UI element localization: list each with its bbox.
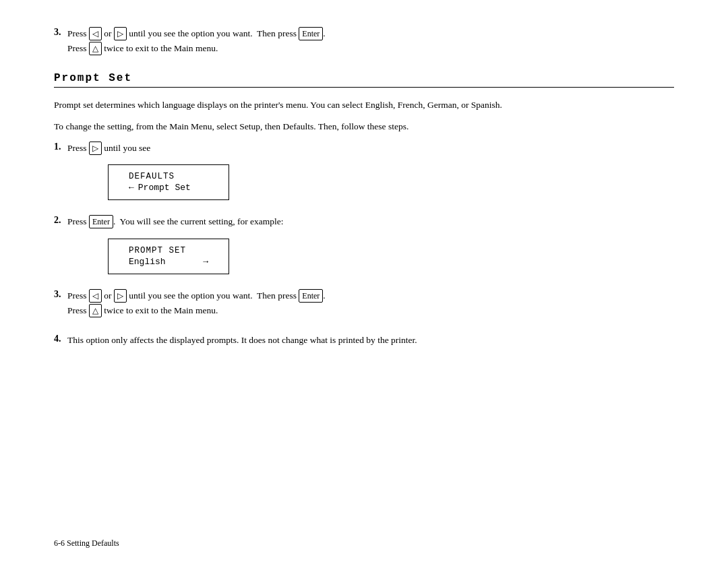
- step2-enter-key: Enter: [89, 215, 113, 228]
- step3-block: 3. Press ◁ or ▷ until you see the option…: [54, 289, 674, 326]
- step1-display-box: DEFAULTS ← Prompt Set: [108, 164, 229, 200]
- intro-step-block: 3. Press ◁ or ▷ until you see the option…: [54, 27, 674, 64]
- step3-line2: Press △ twice to exit to the Main menu.: [67, 304, 674, 317]
- step2-block: 2. Press Enter. You will see the current…: [54, 215, 674, 280]
- step3-right-key: ▷: [114, 289, 127, 303]
- right-arrow-key: ▷: [114, 27, 127, 40]
- intro-line1: Press ◁ or ▷ until you see the option yo…: [67, 27, 674, 40]
- step4-num: 4.: [54, 334, 65, 344]
- step1-box-arrow: ←: [129, 183, 134, 193]
- step1-content: Press ▷ until you see DEFAULTS ← Prompt …: [67, 142, 674, 207]
- intro-step-content: Press ◁ or ▷ until you see the option yo…: [67, 27, 674, 64]
- step3-num: 3.: [54, 289, 65, 300]
- step1-right-arrow-key: ▷: [89, 142, 102, 155]
- step2-num: 2.: [54, 215, 65, 226]
- step3-left-key: ◁: [89, 289, 102, 303]
- intro-line2: Press △ twice to exit to the Main menu.: [67, 42, 674, 55]
- step2-box-text: English: [129, 257, 166, 267]
- page-content: 3. Press ◁ or ▷ until you see the option…: [0, 0, 728, 390]
- step3-line1: Press ◁ or ▷ until you see the option yo…: [67, 289, 674, 303]
- step2-content: Press Enter. You will see the current se…: [67, 215, 674, 280]
- step2-box-line2: English →: [129, 257, 208, 267]
- step2-display-box: PROMPT SET English →: [108, 239, 229, 274]
- step2-box-line1: PROMPT SET: [129, 246, 208, 255]
- section-heading: Prompt Set: [54, 72, 674, 88]
- intro-step-num: 3.: [54, 27, 65, 38]
- step1-text: Press ▷ until you see: [67, 142, 674, 155]
- footer: 6-6 Setting Defaults: [54, 538, 119, 549]
- step1-block: 1. Press ▷ until you see DEFAULTS ← Prom…: [54, 142, 674, 207]
- body-para1: Prompt set determines which language dis…: [54, 98, 674, 112]
- footer-text: 6-6 Setting Defaults: [54, 538, 119, 548]
- step4-block: 4. This option only affects the displaye…: [54, 334, 674, 355]
- enter-key: Enter: [299, 27, 323, 40]
- step3-content: Press ◁ or ▷ until you see the option yo…: [67, 289, 674, 326]
- left-arrow-key: ◁: [89, 27, 102, 40]
- body-para2: To change the setting, from the Main Men…: [54, 120, 674, 133]
- step2-box-arrow: →: [203, 257, 208, 267]
- step3-enter-key: Enter: [299, 289, 323, 303]
- step3-up-key: △: [89, 304, 102, 317]
- step2-text: Press Enter. You will see the current se…: [67, 215, 674, 228]
- step1-box-line2: ← Prompt Set: [129, 183, 208, 193]
- up-arrow-key: △: [89, 42, 102, 55]
- step4-content: This option only affects the displayed p…: [67, 334, 674, 355]
- step4-text: This option only affects the displayed p…: [67, 334, 674, 347]
- step1-box-text: Prompt Set: [138, 183, 191, 193]
- step1-num: 1.: [54, 142, 65, 152]
- step1-box-line1: DEFAULTS: [129, 172, 208, 181]
